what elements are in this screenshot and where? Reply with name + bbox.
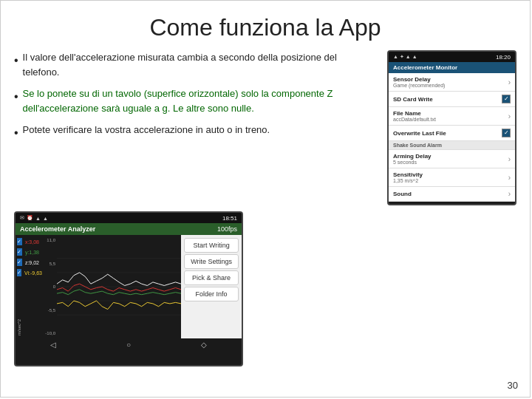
settings-sub: accData/default.txt <box>393 117 436 122</box>
content-area: • Il valore dell'accelerazione misurata … <box>1 50 530 205</box>
settings-item-filename[interactable]: File Name accData/default.txt › <box>389 107 515 126</box>
list-item: • Potete verificare la vostra accelerazi… <box>14 123 375 142</box>
x-label: x:3,08 <box>24 239 41 245</box>
checkmark-icon: ✓ <box>504 96 509 102</box>
signal-icon: ▲ <box>43 216 48 221</box>
list-item: • Il valore dell'accelerazione misurata … <box>14 50 375 79</box>
list-item: • Se lo ponete su di un tavolo (superfic… <box>14 86 375 115</box>
y-checkbox-row: ✓ y:1,38 <box>17 248 41 256</box>
bullet-text-1: Il valore dell'accelerazione misurata ca… <box>23 50 375 79</box>
z-label: z:9,02 <box>24 259 41 266</box>
bullet-text-2: Se lo ponete su di un tavolo (superfice … <box>23 86 375 115</box>
bullet-text-3: Potete verificare la vostra accelerazion… <box>23 123 270 137</box>
chevron-right-icon: › <box>508 78 511 86</box>
left-status-bar: ✉ ⏰ ▲ ▲ 18:51 <box>16 213 242 223</box>
settings-label: File Name <box>393 110 436 117</box>
back-icon[interactable]: ◁ <box>50 341 56 349</box>
settings-item-arming[interactable]: Arming Delay 5 seconds › <box>389 150 515 168</box>
settings-header: Accelerometer Monitor <box>389 62 515 73</box>
notification-icon: ✉ <box>20 215 24 221</box>
checkmark-icon: ✓ <box>17 249 21 255</box>
checkbox-overwrite[interactable]: ✓ <box>502 129 511 137</box>
start-writing-button[interactable]: Start Writing <box>184 238 239 253</box>
settings-label: Sensitivity <box>393 171 423 178</box>
pick-share-button[interactable]: Pick & Share <box>184 270 239 285</box>
settings-sub: Game (recommended) <box>393 83 445 88</box>
chart-y-axis: 11,0 5,5 0 -5,5 -10,0 <box>42 235 57 338</box>
home-icon[interactable]: ○ <box>126 341 131 349</box>
settings-item-sensitivity[interactable]: Sensitivity 1,35 m/s^2 › <box>389 168 515 187</box>
y-unit: m/sec^2 <box>17 299 41 335</box>
z-checkbox-row: ✓ z:9,02 <box>17 259 41 266</box>
settings-item-sdcard[interactable]: SD Card Write ✓ <box>389 92 515 107</box>
right-buttons-panel: Start Writing Write Settings Pick & Shar… <box>181 235 242 338</box>
bullet-list: • Il valore dell'accelerazione misurata … <box>14 50 375 149</box>
settings-sub: 1,35 m/s^2 <box>393 178 423 183</box>
settings-item-sound[interactable]: Sound › <box>389 187 515 202</box>
y-value-3: 0 <box>42 284 57 289</box>
y-checkbox: ✓ <box>17 248 22 256</box>
alarm-icon: ⏰ <box>27 215 33 221</box>
settings-sub: 5 seconds <box>393 160 432 165</box>
screenshots-row: ✉ ⏰ ▲ ▲ 18:51 Accelerometer Analyzer 100… <box>1 205 530 366</box>
z-checkbox: ✓ <box>17 259 22 266</box>
page-number: 30 <box>508 380 518 391</box>
settings-list: Sensor Delay Game (recommended) › SD Car… <box>389 73 515 202</box>
y-label: y:1,38 <box>24 249 41 256</box>
settings-item-overwrite[interactable]: Overwrite Last File ✓ <box>389 126 515 141</box>
right-phone-screen: ▲ ✦ ▲ ▲ 18:20 Accelerometer Monitor Sens… <box>387 50 516 205</box>
slide-container: Come funziona la App • Il valore dell'ac… <box>0 0 531 398</box>
settings-app-title: Accelerometer Monitor <box>393 64 457 71</box>
left-panel: • Il valore dell'accelerazione misurata … <box>14 50 375 205</box>
settings-item-sensor-delay[interactable]: Sensor Delay Game (recommended) › <box>389 73 515 92</box>
checkmark-icon: ✓ <box>17 239 21 245</box>
settings-label: Sound <box>393 191 412 197</box>
bullet-icon: • <box>14 52 18 69</box>
y-value-5: -10,0 <box>42 331 57 335</box>
chevron-right-icon: › <box>508 190 511 198</box>
vi-label: Vi:-9,63 <box>23 270 44 276</box>
wifi-icon: ▲ <box>35 216 41 221</box>
settings-label: Arming Delay <box>393 153 432 160</box>
chart-area: ✓ x:3,08 ✓ y:1,38 ✓ z:9,02 ✓ Vi:-9,63 <box>16 235 242 338</box>
left-status-time: 18:51 <box>222 215 237 222</box>
app-header: Accelerometer Analyzer 100fps <box>16 223 242 235</box>
settings-label: Overwrite Last File <box>393 130 446 137</box>
app-title: Accelerometer Analyzer <box>20 225 95 233</box>
page-title: Come funziona la App <box>1 1 530 50</box>
left-status-icons: ✉ ⏰ ▲ ▲ <box>20 215 48 221</box>
y-axis-unit: m/sec^2 <box>17 299 21 335</box>
x-checkbox-row: ✓ x:3,08 <box>17 238 41 245</box>
checkbox-sdcard[interactable]: ✓ <box>502 95 511 103</box>
chevron-right-icon: › <box>508 155 511 163</box>
settings-label: SD Card Write <box>393 96 433 103</box>
settings-item-content: Sensitivity 1,35 m/s^2 <box>393 171 423 183</box>
checkmark-icon: ✓ <box>17 259 21 265</box>
left-phone-screen: ✉ ⏰ ▲ ▲ 18:51 Accelerometer Analyzer 100… <box>14 211 243 366</box>
settings-item-content: File Name accData/default.txt <box>393 110 436 122</box>
settings-label: Sensor Delay <box>393 76 445 83</box>
folder-info-button[interactable]: Folder Info <box>184 287 239 301</box>
bullet-icon: • <box>14 124 18 142</box>
recent-icon[interactable]: ◇ <box>201 341 207 349</box>
right-status-time: 18:20 <box>496 54 511 61</box>
y-value-1: 11,0 <box>42 238 57 242</box>
write-settings-button[interactable]: Write Settings <box>184 254 239 269</box>
chart-svg <box>57 235 181 338</box>
chart-labels: ✓ x:3,08 ✓ y:1,38 ✓ z:9,02 ✓ Vi:-9,63 <box>16 235 42 338</box>
chevron-right-icon: › <box>508 174 511 182</box>
checkmark-icon: ✓ <box>504 130 509 136</box>
chevron-right-icon: › <box>508 112 511 120</box>
checkmark-icon: ✓ <box>17 270 21 276</box>
settings-section-shake: Shake Sound Alarm <box>389 141 515 150</box>
settings-item-content: Arming Delay 5 seconds <box>393 153 432 165</box>
vi-checkbox: ✓ <box>17 269 21 276</box>
right-status-icons: ▲ ✦ ▲ ▲ <box>393 54 417 60</box>
settings-item-content: Sensor Delay Game (recommended) <box>393 76 445 88</box>
y-value-4: -5,5 <box>42 308 57 313</box>
vi-checkbox-row: ✓ Vi:-9,63 <box>17 269 41 276</box>
right-status-bar: ▲ ✦ ▲ ▲ 18:20 <box>389 52 515 62</box>
fps-label: 100fps <box>217 225 237 233</box>
bullet-icon: • <box>14 88 18 106</box>
nav-bar: ◁ ○ ◇ <box>16 338 242 351</box>
